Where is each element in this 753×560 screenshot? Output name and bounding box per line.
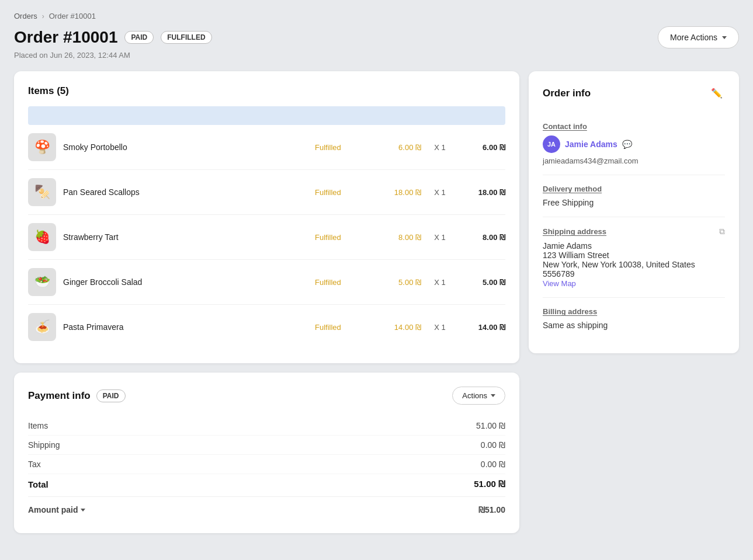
main-content: Items (5) 🍄 Smoky Portobello Fulfilled 6…: [14, 71, 739, 533]
payment-title-row: Payment info PAID: [28, 389, 126, 402]
table-row: 🍄 Smoky Portobello Fulfilled 6.00 ₪ X 1 …: [28, 125, 505, 170]
table-row: 🍓 Strawberry Tart Fulfilled 8.00 ₪ X 1 8…: [28, 215, 505, 260]
payment-header: Payment info PAID Actions: [28, 387, 505, 405]
item-total: 18.00 ₪: [459, 188, 505, 197]
payment-title: Payment info: [28, 390, 91, 402]
item-price: 6.00 ₪: [369, 143, 421, 152]
payment-card: Payment info PAID Actions Items 51.00 ₪ …: [14, 373, 519, 533]
item-status: Fulfilled: [315, 143, 362, 152]
item-total: 14.00 ₪: [459, 323, 505, 332]
amount-paid-chevron-icon: [81, 509, 85, 512]
item-price: 5.00 ₪: [369, 278, 421, 287]
item-image: 🍢: [28, 178, 56, 206]
item-status: Fulfilled: [315, 323, 362, 332]
shipping-street: 123 William Street: [543, 251, 725, 260]
item-qty: X 1: [428, 323, 452, 332]
item-status: Fulfilled: [315, 278, 362, 287]
breadcrumb-orders[interactable]: Orders: [14, 12, 37, 20]
copy-address-icon[interactable]: ⧉: [719, 227, 725, 236]
order-info-header: Order info ✏️: [543, 85, 725, 101]
page-title: Order #10001: [14, 28, 117, 47]
item-qty: X 1: [428, 233, 452, 242]
payment-line-value: 0.00 ₪: [481, 440, 505, 450]
contact-info-section: Contact info JA Jamie Adams 💬 jamieadams…: [543, 113, 725, 175]
payment-line: Tax 0.00 ₪: [28, 455, 505, 474]
header-left: Order #10001 PAID FULFILLED: [14, 28, 212, 47]
item-name: Pan Seared Scallops: [63, 187, 308, 197]
payment-line: Shipping 0.00 ₪: [28, 436, 505, 455]
item-status: Fulfilled: [315, 233, 362, 242]
chat-icon[interactable]: 💬: [622, 140, 632, 149]
payment-line-value: 51.00 ₪: [474, 479, 505, 489]
amount-paid-row: Amount paid ₪51.00: [28, 496, 505, 519]
shipping-address-section: Shipping address ⧉ Jamie Adams 123 Willi…: [543, 217, 725, 298]
table-row: 🍝 Pasta Primavera Fulfilled 14.00 ₪ X 1 …: [28, 305, 505, 349]
table-row: 🍢 Pan Seared Scallops Fulfilled 18.00 ₪ …: [28, 170, 505, 215]
actions-button[interactable]: Actions: [452, 387, 505, 405]
page-header: Order #10001 PAID FULFILLED More Actions: [14, 26, 739, 48]
customer-name[interactable]: Jamie Adams: [565, 140, 617, 149]
payment-line-label: Total: [28, 479, 48, 489]
fulfilled-badge: FULFILLED: [161, 31, 211, 44]
chevron-down-icon: [722, 36, 727, 39]
order-info-card: Order info ✏️ Contact info JA Jamie Adam…: [529, 71, 739, 353]
item-qty: X 1: [428, 143, 452, 152]
items-card: Items (5) 🍄 Smoky Portobello Fulfilled 6…: [14, 71, 519, 363]
breadcrumb: Orders › Order #10001: [14, 12, 739, 20]
billing-address-section: Billing address Same as shipping: [543, 298, 725, 339]
billing-address-value: Same as shipping: [543, 321, 725, 330]
billing-address-label: Billing address: [543, 307, 725, 316]
amount-paid-label-group: Amount paid: [28, 505, 85, 514]
shipping-address-header: Shipping address ⧉: [543, 227, 725, 236]
actions-label: Actions: [462, 391, 487, 400]
item-name: Pasta Primavera: [63, 322, 308, 332]
amount-paid-label: Amount paid: [28, 505, 78, 514]
item-total: 6.00 ₪: [459, 143, 505, 152]
payment-line-label: Tax: [28, 460, 41, 469]
order-info-title: Order info: [543, 88, 591, 99]
item-price: 8.00 ₪: [369, 233, 421, 242]
customer-email: jamieadams434@zmail.com: [543, 156, 725, 165]
contact-row: JA Jamie Adams 💬: [543, 135, 725, 153]
item-image: 🍓: [28, 223, 56, 251]
payment-lines: Items 51.00 ₪ Shipping 0.00 ₪ Tax 0.00 ₪…: [28, 416, 505, 494]
payment-line-value: 0.00 ₪: [481, 460, 505, 469]
actions-chevron-icon: [491, 394, 495, 397]
shipping-city: New York, New York 10038, United States: [543, 260, 725, 269]
right-column: Order info ✏️ Contact info JA Jamie Adam…: [529, 71, 739, 353]
payment-line-label: Items: [28, 421, 48, 430]
breadcrumb-current: Order #10001: [49, 12, 96, 20]
item-name: Smoky Portobello: [63, 142, 308, 152]
view-map-link[interactable]: View Map: [543, 279, 576, 288]
item-image: 🥗: [28, 268, 56, 296]
delivery-method-value: Free Shipping: [543, 198, 725, 207]
items-title: Items (5): [28, 85, 505, 97]
item-image: 🍄: [28, 133, 56, 161]
items-table-header: [28, 106, 505, 125]
more-actions-button[interactable]: More Actions: [658, 26, 739, 48]
item-qty: X 1: [428, 278, 452, 287]
delivery-method-label: Delivery method: [543, 185, 725, 193]
table-row: 🥗 Ginger Broccoli Salad Fulfilled 5.00 ₪…: [28, 260, 505, 305]
placed-on-text: Placed on Jun 26, 2023, 12:44 AM: [14, 51, 739, 60]
item-image: 🍝: [28, 313, 56, 341]
shipping-name: Jamie Adams: [543, 241, 725, 251]
delivery-method-section: Delivery method Free Shipping: [543, 175, 725, 217]
payment-line: Items 51.00 ₪: [28, 416, 505, 436]
item-qty: X 1: [428, 188, 452, 197]
item-name: Strawberry Tart: [63, 232, 308, 242]
more-actions-label: More Actions: [670, 33, 717, 42]
payment-line: Total 51.00 ₪: [28, 474, 505, 494]
left-column: Items (5) 🍄 Smoky Portobello Fulfilled 6…: [14, 71, 519, 533]
contact-info-label: Contact info: [543, 122, 725, 131]
edit-order-info-button[interactable]: ✏️: [709, 85, 725, 101]
paid-badge: PAID: [124, 31, 154, 44]
payment-line-value: 51.00 ₪: [476, 421, 505, 430]
breadcrumb-separator: ›: [42, 12, 44, 20]
shipping-address-label: Shipping address: [543, 227, 606, 236]
avatar: JA: [543, 135, 560, 153]
item-price: 14.00 ₪: [369, 323, 421, 332]
shipping-phone: 5556789: [543, 269, 725, 279]
payment-line-label: Shipping: [28, 440, 60, 450]
item-total: 8.00 ₪: [459, 233, 505, 242]
